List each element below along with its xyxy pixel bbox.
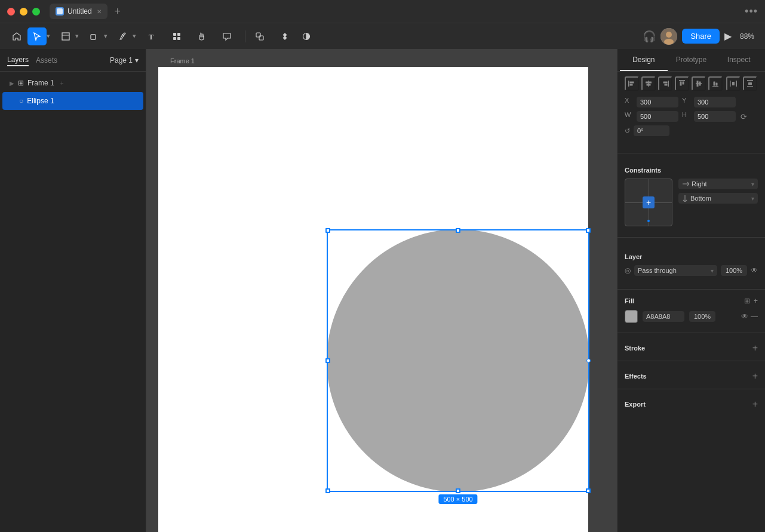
svg-rect-15: [628, 81, 629, 87]
hand-tool-button[interactable]: [192, 27, 211, 45]
layer-section-title: Layer: [625, 253, 758, 260]
fill-swatch[interactable]: [625, 310, 638, 323]
divider-6: [617, 389, 765, 389]
ellipse-shape[interactable]: [327, 229, 589, 492]
export-title: Export: [625, 401, 646, 408]
new-tab-button[interactable]: +: [110, 4, 125, 19]
text-tool-button[interactable]: T: [142, 27, 161, 45]
distribute-v-button[interactable]: [743, 76, 757, 91]
svg-rect-25: [680, 82, 682, 86]
tab-close-icon[interactable]: ✕: [97, 8, 102, 15]
x-group: X: [625, 97, 678, 107]
fill-eye-icon[interactable]: 👁: [741, 312, 748, 321]
select-dropdown-arrow[interactable]: ▾: [47, 32, 50, 40]
select-tool-button[interactable]: [27, 27, 47, 45]
eye-icon[interactable]: 👁: [751, 266, 758, 275]
h-input[interactable]: [694, 111, 736, 122]
home-button[interactable]: [7, 27, 26, 45]
lock-ratio-icon[interactable]: ⟳: [741, 112, 747, 121]
wh-row: W H ⟳: [625, 111, 758, 122]
align-bottom-button[interactable]: [708, 76, 723, 91]
minimize-button[interactable]: [20, 8, 27, 16]
layer-item-frame1[interactable]: ▶ ⊞ Frame 1 +: [2, 74, 143, 92]
comment-tool-button[interactable]: [217, 27, 236, 45]
blend-mode-select[interactable]: Pass through ▾: [634, 265, 717, 276]
right-sidebar: Design Prototype Inspect: [617, 49, 765, 532]
maximize-button[interactable]: [32, 8, 40, 16]
fill-remove-icon[interactable]: —: [751, 312, 758, 321]
align-center-h-button[interactable]: [641, 76, 656, 91]
tab-assets[interactable]: Assets: [36, 55, 57, 66]
h-label: H: [682, 111, 690, 122]
pen-tool-button[interactable]: [113, 27, 133, 45]
svg-rect-36: [747, 80, 753, 81]
y-input[interactable]: [694, 97, 736, 107]
fill-header: Fill ⊞ +: [625, 297, 758, 305]
share-button[interactable]: Share: [682, 29, 720, 44]
align-top-button[interactable]: [675, 76, 689, 91]
component-button[interactable]: [275, 27, 294, 45]
handle-tr[interactable]: [586, 228, 591, 233]
fill-grid-icon[interactable]: ⊞: [744, 297, 750, 305]
contrast-button[interactable]: [297, 27, 316, 45]
shapes-tool-button[interactable]: [85, 27, 104, 45]
zoom-label[interactable]: 88%: [736, 32, 758, 41]
y-group: Y: [682, 97, 736, 107]
opacity-input[interactable]: [721, 265, 747, 276]
main-area: Layers Assets Page 1 ▾ ▶ ⊞ Frame 1 + ○ E…: [0, 49, 765, 532]
constraints-widget[interactable]: +: [625, 179, 672, 226]
tab-prototype[interactable]: Prototype: [668, 49, 715, 71]
svg-rect-5: [173, 33, 176, 36]
handle-br[interactable]: [586, 488, 591, 493]
tool-group-comment: [217, 27, 236, 45]
close-button[interactable]: [7, 8, 15, 16]
tab-layers[interactable]: Layers: [7, 54, 29, 66]
canvas-frame: 500 × 500: [158, 67, 588, 532]
pen-dropdown-arrow[interactable]: ▾: [133, 32, 136, 40]
page-selector[interactable]: Page 1 ▾: [110, 56, 139, 64]
ellipse1-label: Ellipse 1: [27, 97, 54, 105]
constraint-h-select[interactable]: Right ▾: [678, 179, 758, 189]
alignment-row: [625, 76, 758, 91]
layer-item-ellipse1[interactable]: ○ Ellipse 1: [2, 92, 143, 110]
constraint-v-select[interactable]: Bottom ▾: [678, 193, 758, 204]
distribute-h-button[interactable]: [726, 76, 741, 91]
align-right-button[interactable]: [658, 76, 672, 91]
toolbar-divider-1: [245, 30, 245, 42]
effects-add-icon[interactable]: +: [752, 371, 758, 382]
tool-group-main: ▾: [7, 27, 50, 45]
mask-button[interactable]: [250, 27, 269, 45]
frame-tool-button[interactable]: [56, 27, 75, 45]
svg-text:T: T: [149, 33, 153, 41]
stroke-add-icon[interactable]: +: [752, 343, 758, 353]
tab-design[interactable]: Design: [620, 49, 668, 71]
shapes-dropdown-arrow[interactable]: ▾: [104, 32, 107, 40]
constraint-v-label: Bottom: [690, 195, 711, 202]
svg-point-14: [664, 39, 674, 45]
x-input[interactable]: [637, 97, 678, 107]
h-group: H: [682, 111, 736, 122]
tab-icon: [56, 7, 64, 16]
more-options-icon[interactable]: •••: [745, 5, 758, 18]
align-center-v-button[interactable]: [692, 76, 706, 91]
headphone-icon[interactable]: 🎧: [643, 30, 656, 43]
fill-opacity-input[interactable]: [689, 311, 715, 322]
tab-untitled[interactable]: Untitled ✕: [50, 4, 107, 19]
handle-tl[interactable]: [325, 228, 330, 233]
rotate-input[interactable]: [634, 125, 669, 136]
svg-rect-35: [732, 82, 735, 85]
fill-hex-input[interactable]: [643, 311, 684, 322]
export-add-icon[interactable]: +: [752, 399, 758, 410]
tab-inspect[interactable]: Inspect: [715, 49, 763, 71]
components-tool-button[interactable]: [167, 27, 186, 45]
align-left-button[interactable]: [625, 76, 639, 91]
blend-mode-label: Pass through: [638, 267, 677, 274]
w-group: W: [625, 111, 678, 122]
left-sidebar: Layers Assets Page 1 ▾ ▶ ⊞ Frame 1 + ○ E…: [0, 49, 146, 532]
play-button[interactable]: ▶: [724, 30, 732, 42]
frame-dropdown-arrow[interactable]: ▾: [75, 32, 79, 40]
fill-add-icon[interactable]: +: [754, 297, 758, 305]
w-input[interactable]: [637, 111, 678, 122]
canvas-area[interactable]: Frame 1 500 × 500: [146, 49, 617, 532]
handle-bl[interactable]: [325, 488, 330, 493]
